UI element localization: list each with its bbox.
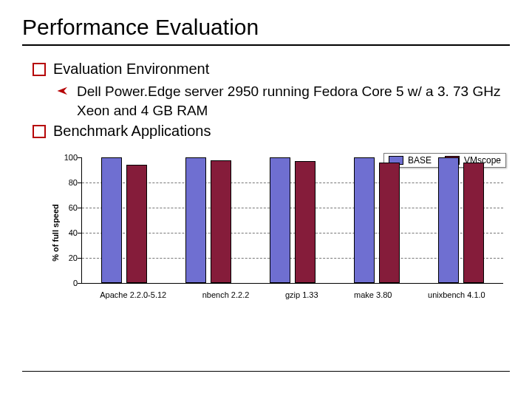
y-tick-label: 100 xyxy=(64,153,78,162)
benchmark-chart: % of full speed BASE VMscope 0 20 40 60 … xyxy=(52,151,510,314)
bullet-label: Benchmark Applications xyxy=(53,121,211,141)
bar-group xyxy=(101,157,147,283)
bar xyxy=(354,157,375,283)
bullet-label: Evaluation Environment xyxy=(53,59,209,79)
y-tick-labels: 0 20 40 60 80 100 xyxy=(57,157,78,283)
bar-group xyxy=(270,157,316,283)
bar xyxy=(101,157,122,283)
y-tick-label: 80 xyxy=(69,178,78,187)
bar xyxy=(185,157,206,283)
bar-groups xyxy=(82,157,503,283)
bullet-env-detail: Dell Power.Edge server 2950 running Fedo… xyxy=(56,82,510,120)
square-bullet-icon xyxy=(33,63,46,76)
category-label: unixbench 4.1.0 xyxy=(428,290,485,299)
y-tick-label: 40 xyxy=(69,228,78,237)
bar xyxy=(295,161,316,283)
bar xyxy=(379,163,400,283)
bar xyxy=(270,157,290,283)
category-labels: Apache 2.2.0-5.12nbench 2.2.2gzip 1.33ma… xyxy=(82,283,503,299)
slide-title: Performance Evaluation xyxy=(22,15,510,46)
bar xyxy=(463,163,484,283)
bullet-list: Evaluation Environment Dell Power.Edge s… xyxy=(22,59,510,141)
bullet-evaluation-environment: Evaluation Environment xyxy=(33,59,510,79)
bullet-text: Dell Power.Edge server 2950 running Fedo… xyxy=(77,82,510,120)
bar-group xyxy=(354,157,400,283)
category-label: nbench 2.2.2 xyxy=(202,290,250,299)
square-bullet-icon xyxy=(33,125,46,138)
bullet-benchmark-applications: Benchmark Applications xyxy=(33,121,510,141)
category-label: gzip 1.33 xyxy=(285,290,318,299)
footer-rule xyxy=(22,371,510,372)
plot-area: BASE VMscope 0 20 40 60 80 100 xyxy=(81,157,503,284)
bar xyxy=(211,160,231,284)
bar xyxy=(438,157,459,283)
plane-bullet-icon xyxy=(56,84,69,98)
category-label: make 3.80 xyxy=(354,290,392,299)
category-label: Apache 2.2.0-5.12 xyxy=(100,290,166,299)
bar-group xyxy=(185,157,231,283)
y-tick-label: 20 xyxy=(69,253,78,262)
bar xyxy=(126,165,147,283)
bar-group xyxy=(438,157,484,283)
y-tick-label: 60 xyxy=(69,203,78,212)
